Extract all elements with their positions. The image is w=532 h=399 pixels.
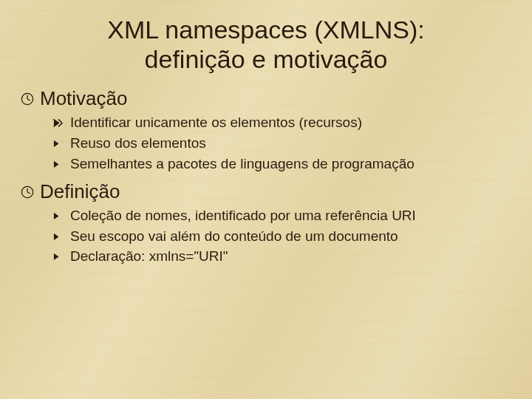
- arrow-icon: [53, 138, 63, 148]
- clock-icon: [21, 92, 34, 106]
- bullet-list: Coleção de nomes, identificado por uma r…: [53, 206, 517, 266]
- list-item-text: Semelhantes a pacotes de linguagens de p…: [70, 154, 415, 174]
- list-item-text: Declaração: xmlns="URI": [70, 247, 228, 266]
- list-item-text: Coleção de nomes, identificado por uma r…: [70, 206, 416, 225]
- arrow-icon: [53, 117, 63, 127]
- section-definicao: Definição Coleção de nomes, identificado…: [21, 180, 517, 266]
- title-line-1: XML namespaces (XMLNS):: [107, 16, 425, 44]
- list-item-text: Identificar unicamente os elementos (rec…: [70, 113, 362, 132]
- svg-line-5: [27, 192, 30, 194]
- title-line-2: definição e motivação: [145, 45, 388, 73]
- section-heading-text: Motivação: [40, 87, 128, 110]
- list-item-text: Seu escopo vai além do conteúdo de um do…: [70, 227, 398, 246]
- arrow-icon: [53, 211, 63, 220]
- clock-icon: [21, 185, 34, 199]
- arrow-icon: [53, 159, 63, 168]
- bullet-list: Identificar unicamente os elementos (rec…: [53, 113, 517, 173]
- section-heading: Motivação: [21, 87, 517, 110]
- list-item: Seu escopo vai além do conteúdo de um do…: [53, 227, 517, 246]
- list-item: Coleção de nomes, identificado por uma r…: [53, 206, 517, 225]
- list-item: Reuso dos elementos: [53, 134, 517, 153]
- slide-title: XML namespaces (XMLNS): definição e moti…: [44, 15, 488, 74]
- list-item-text: Reuso dos elementos: [70, 134, 206, 153]
- svg-line-2: [27, 99, 30, 100]
- list-item: Semelhantes a pacotes de linguagens de p…: [53, 154, 517, 174]
- section-heading: Definição: [21, 180, 517, 203]
- section-motivacao: Motivação Identificar unicamente os elem…: [21, 87, 517, 173]
- arrow-icon: [53, 251, 63, 261]
- list-item: Identificar unicamente os elementos (rec…: [53, 113, 517, 132]
- arrow-icon: [53, 231, 63, 241]
- list-item: Declaração: xmlns="URI": [53, 247, 517, 266]
- section-heading-text: Definição: [40, 180, 120, 203]
